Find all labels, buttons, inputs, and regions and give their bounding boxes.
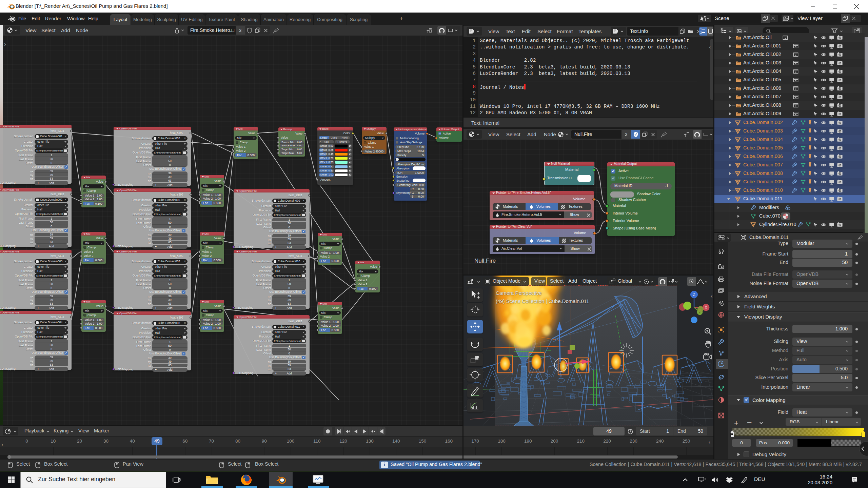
svg-text:X: X (705, 306, 707, 309)
svg-text:Z: Z (693, 292, 695, 297)
